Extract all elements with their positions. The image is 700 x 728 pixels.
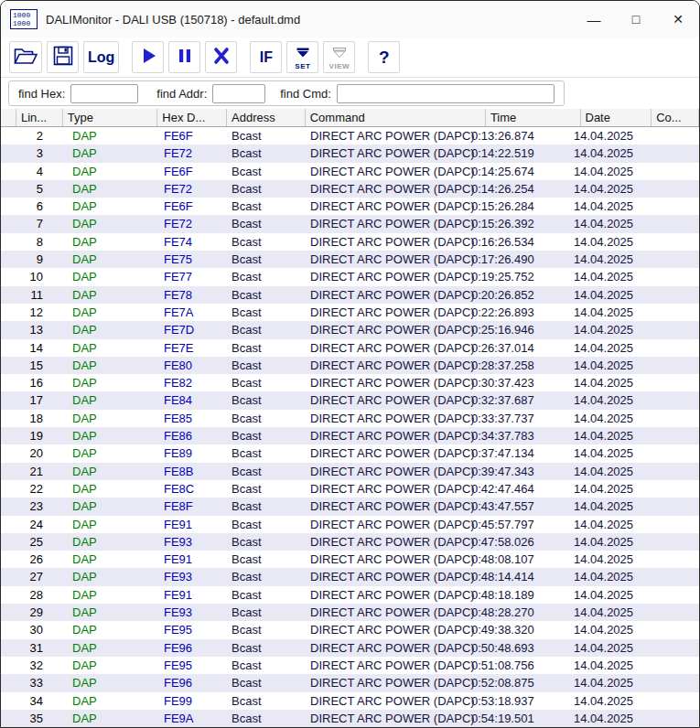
table-row[interactable]: 7DAPFE72BcastDIRECT ARC POWER (DAPC)0:15…: [1, 215, 699, 232]
table-row[interactable]: 15DAPFE80BcastDIRECT ARC POWER (DAPC)0:2…: [1, 357, 699, 374]
table-row[interactable]: 33DAPFE96BcastDIRECT ARC POWER (DAPC)0:5…: [1, 674, 699, 691]
app-logo-icon[interactable]: 1000 1000: [10, 9, 38, 29]
table-row[interactable]: 26DAPFE91BcastDIRECT ARC POWER (DAPC)0:4…: [1, 551, 699, 568]
cell-line: 21: [16, 463, 43, 480]
cell-address: Bcast: [232, 180, 262, 198]
cell-line: 22: [16, 480, 43, 498]
table-row[interactable]: 4DAPFE6FBcastDIRECT ARC POWER (DAPC)0:14…: [1, 163, 699, 180]
cell-type: DAP: [72, 180, 97, 198]
find-hex-input[interactable]: [70, 84, 138, 103]
table-row[interactable]: 30DAPFE95BcastDIRECT ARC POWER (DAPC)0:4…: [1, 621, 699, 638]
cell-date: 14.04.2025: [574, 692, 633, 710]
cell-date: 14.04.2025: [574, 251, 633, 268]
table-row[interactable]: 17DAPFE84BcastDIRECT ARC POWER (DAPC)0:3…: [1, 391, 699, 409]
table-row[interactable]: 22DAPFE8CBcastDIRECT ARC POWER (DAPC)0:4…: [1, 480, 699, 498]
filter-if-button[interactable]: IF: [250, 41, 282, 73]
table-row[interactable]: 20DAPFE89BcastDIRECT ARC POWER (DAPC)0:3…: [1, 444, 699, 462]
table-row[interactable]: 10DAPFE77BcastDIRECT ARC POWER (DAPC)0:1…: [1, 268, 699, 285]
close-button[interactable]: ✕: [657, 1, 699, 37]
help-button[interactable]: ?: [368, 41, 400, 73]
table-row[interactable]: 14DAPFE7EBcastDIRECT ARC POWER (DAPC)0:2…: [1, 339, 699, 357]
column-header-2[interactable]: Type: [63, 109, 158, 126]
column-header-4[interactable]: Address: [227, 109, 306, 126]
cell-date: 14.04.2025: [574, 533, 633, 551]
cell-line: 11: [16, 286, 43, 304]
table-row[interactable]: 23DAPFE8FBcastDIRECT ARC POWER (DAPC)0:4…: [1, 498, 699, 515]
table-row[interactable]: 29DAPFE93BcastDIRECT ARC POWER (DAPC)0:4…: [1, 604, 699, 621]
table-row[interactable]: 31DAPFE96BcastDIRECT ARC POWER (DAPC)0:5…: [1, 639, 699, 657]
table-row[interactable]: 5DAPFE72BcastDIRECT ARC POWER (DAPC)0:14…: [1, 180, 699, 198]
cell-line: 30: [16, 621, 43, 638]
cell-command: DIRECT ARC POWER (DAPC): [310, 145, 475, 162]
table-row[interactable]: 9DAPFE75BcastDIRECT ARC POWER (DAPC)0:17…: [1, 251, 699, 268]
cell-line: 28: [16, 586, 43, 604]
open-file-button[interactable]: [9, 41, 42, 73]
stop-clear-button[interactable]: [205, 41, 237, 73]
cell-time: 0:20:26.852: [471, 286, 534, 304]
table-row[interactable]: 28DAPFE91BcastDIRECT ARC POWER (DAPC)0:4…: [1, 586, 699, 604]
find-addr-input[interactable]: [212, 84, 265, 103]
maximize-button[interactable]: □: [615, 1, 657, 37]
cell-date: 14.04.2025: [574, 480, 633, 498]
set-button[interactable]: SET: [286, 41, 318, 73]
cell-line: 8: [16, 233, 43, 251]
cell-date: 14.04.2025: [574, 568, 633, 585]
table-row[interactable]: 18DAPFE85BcastDIRECT ARC POWER (DAPC)0:3…: [1, 410, 699, 427]
column-header-5[interactable]: Command: [306, 109, 486, 126]
cell-command: DIRECT ARC POWER (DAPC): [310, 639, 475, 657]
cell-type: DAP: [72, 391, 97, 409]
cell-command: DIRECT ARC POWER (DAPC): [310, 180, 475, 198]
arrow-down-disabled-icon: [331, 45, 348, 61]
table-row[interactable]: 6DAPFE6FBcastDIRECT ARC POWER (DAPC)0:15…: [1, 198, 699, 215]
log-button[interactable]: Log: [83, 41, 119, 73]
column-header-0[interactable]: [1, 109, 16, 126]
cell-line: 2: [16, 127, 43, 145]
table-row[interactable]: 24DAPFE91BcastDIRECT ARC POWER (DAPC)0:4…: [1, 516, 699, 533]
cell-time: 0:14:26.254: [471, 180, 534, 198]
cell-type: DAP: [72, 657, 97, 674]
table-row[interactable]: 25DAPFE93BcastDIRECT ARC POWER (DAPC)0:4…: [1, 533, 699, 551]
cell-command: DIRECT ARC POWER (DAPC): [310, 268, 475, 285]
cell-date: 14.04.2025: [574, 198, 633, 215]
table-row[interactable]: 2DAPFE6FBcastDIRECT ARC POWER (DAPC)0:13…: [1, 127, 699, 145]
column-header-8[interactable]: Co...: [652, 109, 699, 126]
save-button[interactable]: [47, 41, 79, 73]
table-row[interactable]: 3DAPFE72BcastDIRECT ARC POWER (DAPC)0:14…: [1, 145, 699, 162]
table-row[interactable]: 35DAPFE9ABcastDIRECT ARC POWER (DAPC)0:5…: [1, 710, 699, 727]
cell-date: 14.04.2025: [574, 391, 633, 409]
find-cmd-input[interactable]: [337, 84, 555, 103]
table-row[interactable]: 19DAPFE86BcastDIRECT ARC POWER (DAPC)0:3…: [1, 427, 699, 444]
cell-type: DAP: [72, 639, 97, 657]
cell-line: 17: [16, 391, 43, 409]
pause-capture-button[interactable]: [168, 41, 200, 73]
start-capture-button[interactable]: [132, 41, 164, 73]
table-row[interactable]: 27DAPFE93BcastDIRECT ARC POWER (DAPC)0:4…: [1, 568, 699, 585]
minimize-button[interactable]: —: [573, 1, 615, 37]
cell-hex: FE7E: [164, 339, 194, 357]
table-row[interactable]: 8DAPFE74BcastDIRECT ARC POWER (DAPC)0:16…: [1, 233, 699, 251]
table-row[interactable]: 32DAPFE95BcastDIRECT ARC POWER (DAPC)0:5…: [1, 657, 699, 674]
cell-command: DIRECT ARC POWER (DAPC): [310, 357, 475, 374]
cell-command: DIRECT ARC POWER (DAPC): [310, 286, 475, 304]
cell-time: 0:37:47.134: [471, 444, 534, 462]
cell-type: DAP: [72, 674, 97, 691]
column-header-3[interactable]: Hex D...: [157, 109, 227, 126]
cell-time: 0:15:26.392: [471, 215, 534, 232]
svg-text:1000: 1000: [13, 11, 30, 19]
cell-line: 14: [16, 339, 43, 357]
table-row[interactable]: 13DAPFE7DBcastDIRECT ARC POWER (DAPC)0:2…: [1, 321, 699, 338]
table-row[interactable]: 21DAPFE8BBcastDIRECT ARC POWER (DAPC)0:3…: [1, 463, 699, 480]
table-row[interactable]: 34DAPFE99BcastDIRECT ARC POWER (DAPC)0:5…: [1, 692, 699, 710]
table-row[interactable]: 12DAPFE7ABcastDIRECT ARC POWER (DAPC)0:2…: [1, 304, 699, 321]
cell-type: DAP: [72, 621, 97, 638]
table-row[interactable]: 11DAPFE78BcastDIRECT ARC POWER (DAPC)0:2…: [1, 286, 699, 304]
cell-hex: FE85: [164, 410, 192, 427]
cell-time: 0:45:57.797: [471, 516, 534, 533]
column-header-1[interactable]: Lin...: [16, 109, 63, 126]
column-header-7[interactable]: Date: [581, 109, 652, 126]
table-row[interactable]: 16DAPFE82BcastDIRECT ARC POWER (DAPC)0:3…: [1, 374, 699, 391]
cell-type: DAP: [72, 251, 97, 268]
cell-date: 14.04.2025: [574, 304, 633, 321]
column-header-6[interactable]: Time: [486, 109, 581, 126]
cell-time: 0:53:18.937: [471, 692, 534, 710]
